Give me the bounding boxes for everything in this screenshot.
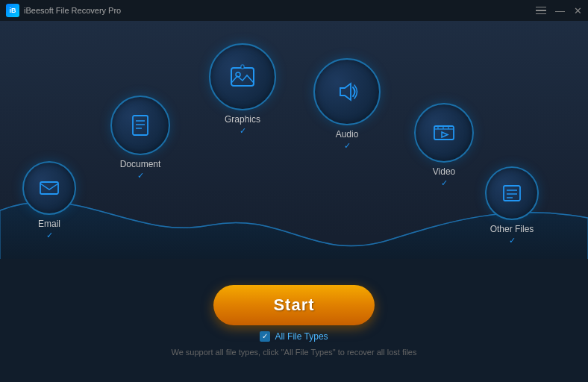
video-check: ✓ <box>441 178 448 188</box>
start-button[interactable]: Start <box>213 285 374 325</box>
menu-line-2 <box>536 10 546 11</box>
audio-circle <box>313 58 381 125</box>
file-type-otherfiles[interactable]: Other Files ✓ <box>485 166 539 245</box>
icons-area: Graphics ✓ Audio ✓ <box>0 21 588 252</box>
audio-check: ✓ <box>344 141 351 151</box>
video-label: Video <box>433 166 455 177</box>
file-type-audio[interactable]: Audio ✓ <box>313 58 381 151</box>
document-label: Document <box>120 159 161 169</box>
svg-rect-3 <box>241 65 244 69</box>
titlebar-controls: — ✕ <box>536 6 582 16</box>
svg-marker-13 <box>442 132 448 137</box>
otherfiles-check: ✓ <box>509 236 516 245</box>
graphics-label: Graphics <box>225 114 260 125</box>
document-circle <box>110 96 170 155</box>
email-label: Email <box>38 219 60 229</box>
file-type-email[interactable]: Email ✓ <box>22 161 76 240</box>
document-check: ✓ <box>137 171 144 181</box>
bottom-section: Start ✓ All File Types We support all fi… <box>0 259 588 382</box>
all-file-types-row: ✓ All File Types <box>260 331 328 342</box>
menu-line-3 <box>536 13 546 15</box>
graphics-circle <box>209 43 276 110</box>
file-type-video[interactable]: Video ✓ <box>414 103 474 188</box>
minimize-button[interactable]: — <box>555 6 565 16</box>
menu-icon[interactable] <box>536 7 546 15</box>
menu-line-1 <box>536 7 546 8</box>
app-logo: iB <box>6 4 19 17</box>
graphics-check: ✓ <box>240 126 246 136</box>
all-file-types-checkbox[interactable]: ✓ <box>260 331 270 342</box>
otherfiles-circle <box>485 166 539 220</box>
all-file-types-label[interactable]: All File Types <box>275 331 328 342</box>
file-type-document[interactable]: Document ✓ <box>110 96 170 181</box>
svg-rect-0 <box>231 68 254 86</box>
titlebar-left: iB iBeesoft File Recovery Pro <box>6 4 121 17</box>
otherfiles-label: Other Files <box>490 224 534 234</box>
audio-label: Audio <box>336 129 359 140</box>
svg-rect-14 <box>40 182 58 194</box>
svg-rect-15 <box>504 186 520 201</box>
file-type-graphics[interactable]: Graphics ✓ <box>209 43 276 136</box>
email-circle <box>22 161 76 215</box>
svg-rect-4 <box>133 116 148 135</box>
video-circle <box>414 103 474 163</box>
app-title: iBeesoft File Recovery Pro <box>24 6 121 15</box>
support-text: We support all file types, click "All Fi… <box>172 348 417 357</box>
email-check: ✓ <box>46 231 53 240</box>
close-button[interactable]: ✕ <box>574 6 582 16</box>
titlebar: iB iBeesoft File Recovery Pro — ✕ <box>0 0 588 21</box>
main-content: Graphics ✓ Audio ✓ <box>0 21 588 382</box>
